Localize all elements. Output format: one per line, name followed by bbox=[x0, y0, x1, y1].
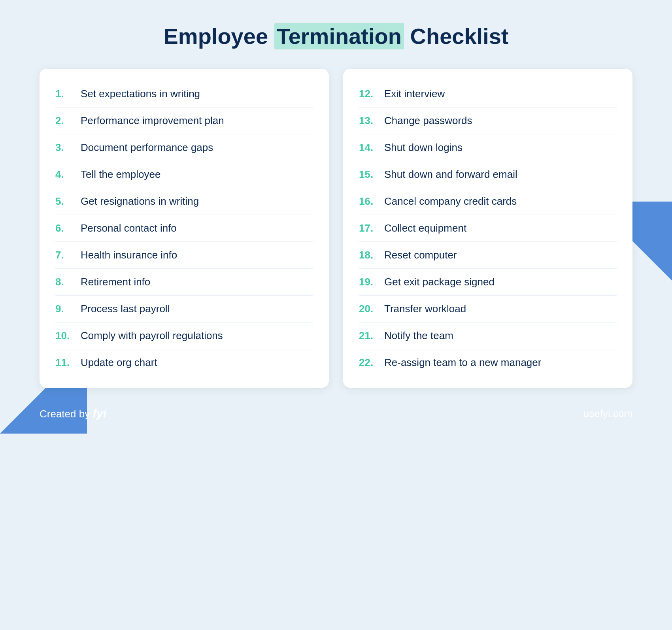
item-text: Personal contact info bbox=[81, 222, 177, 234]
item-text: Notify the team bbox=[384, 330, 453, 342]
item-number: 3. bbox=[55, 141, 81, 154]
list-item: 10. Comply with payroll regulations bbox=[55, 323, 313, 349]
footer: Created by fyi usefyi.com bbox=[40, 407, 632, 420]
item-text: Get resignations in writing bbox=[81, 195, 199, 207]
item-text: Reset computer bbox=[384, 249, 457, 261]
title-highlight: Termination bbox=[274, 23, 404, 49]
list-item: 13. Change passwords bbox=[359, 108, 617, 134]
item-text: Document performance gaps bbox=[81, 141, 213, 154]
list-item: 1. Set expectations in writing bbox=[55, 81, 313, 108]
item-number: 1. bbox=[55, 88, 81, 100]
left-card: 1. Set expectations in writing 2. Perfor… bbox=[40, 69, 329, 388]
item-number: 8. bbox=[55, 276, 81, 288]
item-text: Set expectations in writing bbox=[81, 88, 200, 100]
item-number: 11. bbox=[55, 356, 81, 369]
item-number: 16. bbox=[359, 195, 384, 207]
item-number: 14. bbox=[359, 141, 384, 154]
item-text: Re-assign team to a new manager bbox=[384, 356, 541, 369]
item-number: 13. bbox=[359, 115, 384, 127]
list-item: 15. Shut down and forward email bbox=[359, 161, 617, 188]
item-number: 17. bbox=[359, 222, 384, 234]
item-number: 10. bbox=[55, 330, 81, 342]
item-text: Cancel company credit cards bbox=[384, 195, 517, 207]
footer-website: usefyi.com bbox=[583, 407, 632, 420]
item-number: 15. bbox=[359, 168, 384, 181]
list-item: 18. Reset computer bbox=[359, 242, 617, 269]
list-item: 11. Update org chart bbox=[55, 349, 313, 376]
item-text: Transfer workload bbox=[384, 303, 466, 315]
item-text: Shut down logins bbox=[384, 141, 462, 154]
title-part2: Checklist bbox=[410, 24, 509, 49]
item-number: 7. bbox=[55, 249, 81, 261]
footer-left: Created by fyi bbox=[40, 407, 106, 420]
item-number: 20. bbox=[359, 303, 384, 315]
created-label: Created by bbox=[40, 408, 90, 420]
item-number: 18. bbox=[359, 249, 384, 261]
list-item: 9. Process last payroll bbox=[55, 296, 313, 323]
item-number: 9. bbox=[55, 303, 81, 315]
list-item: 19. Get exit package signed bbox=[359, 269, 617, 296]
list-item: 5. Get resignations in writing bbox=[55, 188, 313, 215]
item-number: 4. bbox=[55, 168, 81, 181]
item-number: 22. bbox=[359, 356, 384, 369]
list-item: 22. Re-assign team to a new manager bbox=[359, 349, 617, 376]
item-text: Tell the employee bbox=[81, 168, 160, 181]
item-text: Update org chart bbox=[81, 356, 157, 369]
item-text: Health insurance info bbox=[81, 249, 177, 261]
item-text: Shut down and forward email bbox=[384, 168, 517, 181]
item-text: Comply with payroll regulations bbox=[81, 330, 223, 342]
list-item: 6. Personal contact info bbox=[55, 215, 313, 242]
item-number: 19. bbox=[359, 276, 384, 288]
item-number: 21. bbox=[359, 330, 384, 342]
right-card: 12. Exit interview 13. Change passwords … bbox=[343, 69, 632, 388]
list-item: 20. Transfer workload bbox=[359, 296, 617, 323]
list-item: 7. Health insurance info bbox=[55, 242, 313, 269]
item-text: Retirement info bbox=[81, 276, 150, 288]
list-item: 14. Shut down logins bbox=[359, 134, 617, 161]
checklist-grid: 1. Set expectations in writing 2. Perfor… bbox=[40, 69, 632, 388]
item-number: 2. bbox=[55, 115, 81, 127]
list-item: 2. Performance improvement plan bbox=[55, 108, 313, 134]
item-text: Change passwords bbox=[384, 115, 472, 127]
item-text: Get exit package signed bbox=[384, 276, 495, 288]
list-item: 4. Tell the employee bbox=[55, 161, 313, 188]
page-title: Employee Termination Checklist bbox=[164, 24, 509, 49]
item-text: Process last payroll bbox=[81, 303, 170, 315]
item-text: Performance improvement plan bbox=[81, 115, 224, 127]
list-item: 8. Retirement info bbox=[55, 269, 313, 296]
list-item: 12. Exit interview bbox=[359, 81, 617, 108]
item-number: 6. bbox=[55, 222, 81, 234]
item-text: Collect equipment bbox=[384, 222, 466, 234]
list-item: 16. Cancel company credit cards bbox=[359, 188, 617, 215]
item-text: Exit interview bbox=[384, 88, 445, 100]
item-number: 12. bbox=[359, 88, 384, 100]
item-number: 5. bbox=[55, 195, 81, 207]
list-item: 17. Collect equipment bbox=[359, 215, 617, 242]
list-item: 21. Notify the team bbox=[359, 323, 617, 349]
list-item: 3. Document performance gaps bbox=[55, 134, 313, 161]
brand-name: fyi bbox=[92, 407, 106, 420]
page-title-wrap: Employee Termination Checklist bbox=[164, 24, 509, 49]
title-part1: Employee bbox=[164, 24, 268, 49]
